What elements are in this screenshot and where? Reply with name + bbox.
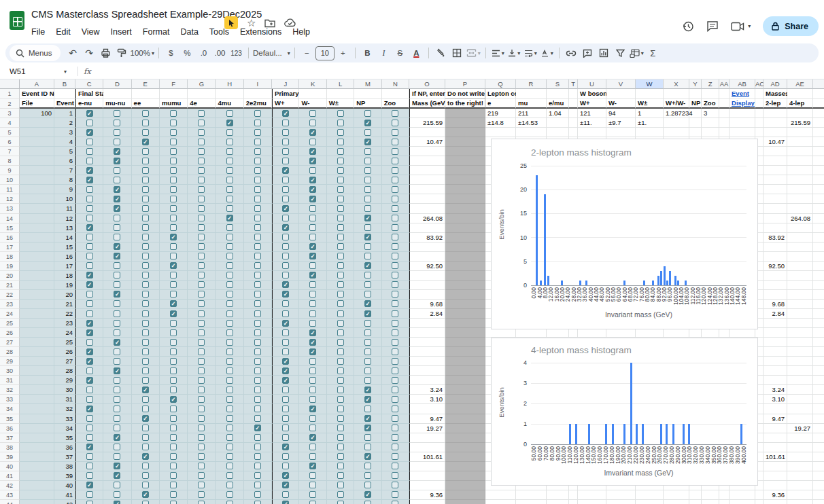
cell-O35[interactable]: 9.47 <box>409 414 445 424</box>
cell-J41[interactable]: ✓ <box>272 471 299 481</box>
checkbox-checked[interactable]: ✓ <box>114 148 120 155</box>
checkbox[interactable] <box>198 262 205 269</box>
cell-X26[interactable] <box>664 328 689 338</box>
checkbox[interactable] <box>309 224 316 231</box>
cell-K29[interactable] <box>299 357 326 366</box>
cell-C32[interactable] <box>75 385 103 395</box>
checkbox[interactable] <box>86 215 93 221</box>
cell-O19[interactable]: 92.50 <box>409 262 445 271</box>
checkbox-checked[interactable]: ✓ <box>282 482 289 488</box>
cell-I26[interactable] <box>244 328 272 338</box>
cell-O36[interactable]: 19.27 <box>409 424 445 433</box>
cell-P20[interactable] <box>445 271 485 281</box>
cell-I7[interactable] <box>244 147 272 156</box>
cell-AE29[interactable] <box>787 357 813 366</box>
cell-J16[interactable] <box>272 233 299 242</box>
checkbox[interactable] <box>337 377 344 384</box>
cell-E13[interactable] <box>132 204 160 213</box>
cell-K4[interactable] <box>299 118 326 128</box>
cell-AE20[interactable] <box>787 271 813 281</box>
cell-L1[interactable] <box>327 89 354 99</box>
cell-J28[interactable] <box>272 347 299 357</box>
checkbox[interactable] <box>142 110 149 117</box>
cell-H25[interactable] <box>216 319 243 328</box>
cell-I36[interactable]: ✓ <box>244 424 272 433</box>
cell-G34[interactable] <box>188 404 216 414</box>
checkbox[interactable] <box>86 205 93 212</box>
checkbox[interactable] <box>309 425 316 431</box>
checkbox[interactable] <box>114 224 120 231</box>
checkbox[interactable] <box>364 224 371 231</box>
checkbox[interactable] <box>114 329 120 336</box>
cell-O37[interactable] <box>409 433 445 443</box>
cell-J21[interactable]: ✓ <box>272 281 299 290</box>
cell-B38[interactable]: 36 <box>54 443 75 452</box>
cell-AD14[interactable] <box>763 214 787 223</box>
cell-N12[interactable] <box>382 194 409 204</box>
checkbox[interactable] <box>198 234 205 240</box>
cell-O32[interactable]: 3.24 <box>409 385 445 395</box>
cell-B5[interactable]: 3 <box>54 128 75 137</box>
cell-E6[interactable]: ✓ <box>132 137 160 147</box>
cell-A22[interactable] <box>20 290 54 300</box>
checkbox[interactable] <box>254 148 261 155</box>
cell-B30[interactable]: 28 <box>54 366 75 376</box>
cell-V43[interactable] <box>606 490 636 500</box>
cell-N8[interactable] <box>382 156 409 166</box>
cell-I40[interactable] <box>244 462 272 471</box>
insert-comment-button[interactable] <box>580 45 596 61</box>
checkbox[interactable] <box>170 272 177 278</box>
cell-O3[interactable] <box>409 109 445 118</box>
cell-K25[interactable] <box>299 319 326 328</box>
cell-J2[interactable]: W+ <box>272 99 299 109</box>
cell-F13[interactable] <box>160 204 188 213</box>
cell-K16[interactable] <box>299 233 326 242</box>
cell-P38[interactable] <box>445 443 485 452</box>
row-header-24[interactable]: 24 <box>0 309 20 319</box>
cell-AE44[interactable] <box>787 500 813 504</box>
checkbox[interactable] <box>309 482 316 488</box>
checkbox[interactable] <box>392 262 398 269</box>
checkbox[interactable] <box>86 472 93 479</box>
cell-J44[interactable]: ✓ <box>272 500 299 504</box>
cell-H8[interactable] <box>216 156 243 166</box>
cell-M20[interactable] <box>354 271 381 281</box>
cell-A14[interactable] <box>20 214 54 223</box>
cell-X2[interactable]: W+/W- <box>664 99 689 109</box>
cell-H11[interactable] <box>216 185 243 194</box>
cell-O15[interactable] <box>409 223 445 233</box>
cell-H32[interactable] <box>216 385 243 395</box>
column-header-V[interactable]: V <box>606 79 636 89</box>
checkbox[interactable] <box>392 272 398 278</box>
checkbox[interactable] <box>86 120 93 126</box>
checkbox[interactable] <box>392 386 398 393</box>
checkbox[interactable] <box>170 482 177 488</box>
cell-AE28[interactable] <box>787 347 813 357</box>
redo-button[interactable]: ↷ <box>82 45 97 61</box>
cell-P22[interactable] <box>445 290 485 300</box>
cell-C16[interactable] <box>75 233 103 242</box>
cell-H6[interactable] <box>216 137 243 147</box>
cell-J33[interactable] <box>272 395 299 404</box>
cell-H41[interactable] <box>216 471 243 481</box>
cell-O9[interactable] <box>409 166 445 175</box>
cell-AD11[interactable] <box>763 185 787 194</box>
checkbox[interactable] <box>142 300 149 307</box>
format-currency-button[interactable]: $ <box>163 45 179 61</box>
checkbox[interactable] <box>309 205 316 212</box>
cell-K5[interactable]: ✓ <box>299 128 326 137</box>
cell-C41[interactable] <box>75 471 103 481</box>
cell-J12[interactable] <box>272 194 299 204</box>
checkbox[interactable] <box>254 205 261 212</box>
cell-A40[interactable] <box>20 462 54 471</box>
checkbox-checked[interactable]: ✓ <box>86 272 93 278</box>
cell-N5[interactable] <box>382 128 409 137</box>
cell-N9[interactable] <box>382 166 409 175</box>
cell-L40[interactable] <box>327 462 354 471</box>
checkbox[interactable] <box>309 300 316 307</box>
cell-N3[interactable] <box>382 109 409 118</box>
cell-Q26[interactable] <box>485 328 516 338</box>
cell-E41[interactable] <box>132 471 160 481</box>
cell-P11[interactable] <box>445 185 485 194</box>
cell-Z26[interactable] <box>702 328 719 338</box>
